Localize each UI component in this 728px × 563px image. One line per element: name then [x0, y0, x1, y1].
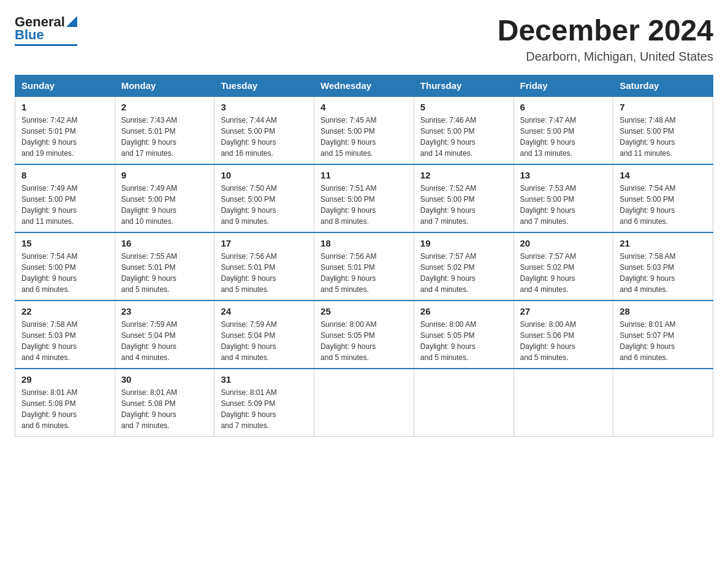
calendar-cell: 15 Sunrise: 7:54 AM Sunset: 5:00 PM Dayl…	[15, 232, 115, 301]
day-info: Sunrise: 8:01 AM Sunset: 5:08 PM Dayligh…	[21, 387, 108, 431]
day-info: Sunrise: 7:43 AM Sunset: 5:01 PM Dayligh…	[121, 115, 208, 159]
calendar-cell: 14 Sunrise: 7:54 AM Sunset: 5:00 PM Dayl…	[613, 164, 713, 232]
day-number: 1	[21, 102, 108, 112]
day-number: 18	[320, 238, 408, 248]
calendar-cell: 20 Sunrise: 7:57 AM Sunset: 5:02 PM Dayl…	[514, 232, 613, 301]
calendar-cell: 21 Sunrise: 7:58 AM Sunset: 5:03 PM Dayl…	[613, 232, 713, 301]
calendar-cell: 7 Sunrise: 7:48 AM Sunset: 5:00 PM Dayli…	[613, 96, 713, 164]
logo-divider	[15, 44, 77, 46]
calendar-cell: 9 Sunrise: 7:49 AM Sunset: 5:00 PM Dayli…	[115, 164, 214, 232]
day-info: Sunrise: 7:54 AM Sunset: 5:00 PM Dayligh…	[620, 183, 707, 227]
calendar-cell: 13 Sunrise: 7:53 AM Sunset: 5:00 PM Dayl…	[514, 164, 613, 232]
day-info: Sunrise: 8:01 AM Sunset: 5:09 PM Dayligh…	[221, 387, 308, 431]
day-number: 23	[121, 306, 208, 316]
day-info: Sunrise: 7:56 AM Sunset: 5:01 PM Dayligh…	[221, 251, 308, 295]
day-info: Sunrise: 7:49 AM Sunset: 5:00 PM Dayligh…	[21, 183, 108, 227]
calendar-cell: 2 Sunrise: 7:43 AM Sunset: 5:01 PM Dayli…	[115, 96, 214, 164]
day-info: Sunrise: 7:42 AM Sunset: 5:01 PM Dayligh…	[21, 115, 108, 159]
day-info: Sunrise: 7:58 AM Sunset: 5:03 PM Dayligh…	[21, 319, 108, 363]
day-info: Sunrise: 7:45 AM Sunset: 5:00 PM Dayligh…	[320, 115, 408, 159]
day-info: Sunrise: 7:59 AM Sunset: 5:04 PM Dayligh…	[221, 319, 308, 363]
day-number: 26	[420, 306, 507, 316]
day-info: Sunrise: 7:51 AM Sunset: 5:00 PM Dayligh…	[320, 183, 408, 227]
day-number: 9	[121, 170, 208, 180]
day-info: Sunrise: 8:00 AM Sunset: 5:05 PM Dayligh…	[420, 319, 507, 363]
calendar-cell	[613, 369, 713, 437]
day-info: Sunrise: 8:01 AM Sunset: 5:08 PM Dayligh…	[121, 387, 208, 431]
day-info: Sunrise: 7:46 AM Sunset: 5:00 PM Dayligh…	[420, 115, 507, 159]
weekday-header-tuesday: Tuesday	[214, 75, 314, 96]
day-info: Sunrise: 8:00 AM Sunset: 5:05 PM Dayligh…	[320, 319, 408, 363]
calendar-cell: 6 Sunrise: 7:47 AM Sunset: 5:00 PM Dayli…	[514, 96, 613, 164]
day-number: 30	[121, 374, 208, 385]
day-number: 2	[121, 102, 208, 112]
calendar-cell: 17 Sunrise: 7:56 AM Sunset: 5:01 PM Dayl…	[214, 232, 314, 301]
calendar-cell: 27 Sunrise: 8:00 AM Sunset: 5:06 PM Dayl…	[514, 301, 613, 369]
calendar-cell: 31 Sunrise: 8:01 AM Sunset: 5:09 PM Dayl…	[214, 369, 314, 437]
calendar-cell	[314, 369, 414, 437]
month-title: December 2024	[498, 15, 713, 47]
svg-marker-0	[66, 16, 77, 27]
calendar-cell: 19 Sunrise: 7:57 AM Sunset: 5:02 PM Dayl…	[414, 232, 514, 301]
day-info: Sunrise: 7:56 AM Sunset: 5:01 PM Dayligh…	[320, 251, 408, 295]
calendar-cell: 3 Sunrise: 7:44 AM Sunset: 5:00 PM Dayli…	[214, 96, 314, 164]
title-area: December 2024 Dearborn, Michigan, United…	[498, 15, 713, 64]
day-number: 5	[420, 102, 507, 112]
calendar-cell: 29 Sunrise: 8:01 AM Sunset: 5:08 PM Dayl…	[15, 369, 115, 437]
logo: General Blue	[15, 15, 77, 46]
calendar-cell	[514, 369, 613, 437]
day-number: 6	[520, 102, 607, 112]
day-number: 15	[21, 238, 108, 248]
day-number: 12	[420, 170, 507, 180]
day-number: 17	[221, 238, 308, 248]
calendar-cell: 18 Sunrise: 7:56 AM Sunset: 5:01 PM Dayl…	[314, 232, 414, 301]
weekday-header-friday: Friday	[514, 75, 613, 96]
weekday-header-wednesday: Wednesday	[314, 75, 414, 96]
calendar-cell: 26 Sunrise: 8:00 AM Sunset: 5:05 PM Dayl…	[414, 301, 514, 369]
day-number: 16	[121, 238, 208, 248]
day-info: Sunrise: 7:59 AM Sunset: 5:04 PM Dayligh…	[121, 319, 208, 363]
day-info: Sunrise: 8:01 AM Sunset: 5:07 PM Dayligh…	[620, 319, 707, 363]
location-subtitle: Dearborn, Michigan, United States	[498, 50, 713, 64]
day-number: 31	[221, 374, 308, 385]
day-info: Sunrise: 7:57 AM Sunset: 5:02 PM Dayligh…	[420, 251, 507, 295]
calendar-cell	[414, 369, 514, 437]
weekday-header-sunday: Sunday	[15, 75, 115, 96]
day-info: Sunrise: 7:44 AM Sunset: 5:00 PM Dayligh…	[221, 115, 308, 159]
day-info: Sunrise: 7:47 AM Sunset: 5:00 PM Dayligh…	[520, 115, 607, 159]
day-number: 21	[620, 238, 707, 248]
day-info: Sunrise: 7:58 AM Sunset: 5:03 PM Dayligh…	[620, 251, 707, 295]
day-info: Sunrise: 8:00 AM Sunset: 5:06 PM Dayligh…	[520, 319, 607, 363]
day-number: 13	[520, 170, 607, 180]
weekday-header-monday: Monday	[115, 75, 214, 96]
day-info: Sunrise: 7:52 AM Sunset: 5:00 PM Dayligh…	[420, 183, 507, 227]
day-number: 11	[320, 170, 408, 180]
calendar-cell: 12 Sunrise: 7:52 AM Sunset: 5:00 PM Dayl…	[414, 164, 514, 232]
calendar-cell: 16 Sunrise: 7:55 AM Sunset: 5:01 PM Dayl…	[115, 232, 214, 301]
weekday-header-thursday: Thursday	[414, 75, 514, 96]
day-info: Sunrise: 7:49 AM Sunset: 5:00 PM Dayligh…	[121, 183, 208, 227]
calendar-cell: 4 Sunrise: 7:45 AM Sunset: 5:00 PM Dayli…	[314, 96, 414, 164]
day-number: 29	[21, 374, 108, 385]
day-info: Sunrise: 7:50 AM Sunset: 5:00 PM Dayligh…	[221, 183, 308, 227]
calendar-cell: 1 Sunrise: 7:42 AM Sunset: 5:01 PM Dayli…	[15, 96, 115, 164]
calendar-cell: 8 Sunrise: 7:49 AM Sunset: 5:00 PM Dayli…	[15, 164, 115, 232]
day-number: 7	[620, 102, 707, 112]
calendar-cell: 23 Sunrise: 7:59 AM Sunset: 5:04 PM Dayl…	[115, 301, 214, 369]
calendar-cell: 11 Sunrise: 7:51 AM Sunset: 5:00 PM Dayl…	[314, 164, 414, 232]
calendar-cell: 10 Sunrise: 7:50 AM Sunset: 5:00 PM Dayl…	[214, 164, 314, 232]
day-number: 22	[21, 306, 108, 316]
day-number: 24	[221, 306, 308, 316]
logo-triangle-icon	[66, 16, 77, 29]
day-number: 10	[221, 170, 308, 180]
day-number: 14	[620, 170, 707, 180]
calendar-cell: 28 Sunrise: 8:01 AM Sunset: 5:07 PM Dayl…	[613, 301, 713, 369]
day-info: Sunrise: 7:57 AM Sunset: 5:02 PM Dayligh…	[520, 251, 607, 295]
day-info: Sunrise: 7:55 AM Sunset: 5:01 PM Dayligh…	[121, 251, 208, 295]
calendar-cell: 22 Sunrise: 7:58 AM Sunset: 5:03 PM Dayl…	[15, 301, 115, 369]
page-header: General Blue December 2024 Dearborn, Mic…	[15, 15, 713, 64]
day-number: 3	[221, 102, 308, 112]
day-number: 28	[620, 306, 707, 316]
day-info: Sunrise: 7:48 AM Sunset: 5:00 PM Dayligh…	[620, 115, 707, 159]
weekday-header-saturday: Saturday	[613, 75, 713, 96]
